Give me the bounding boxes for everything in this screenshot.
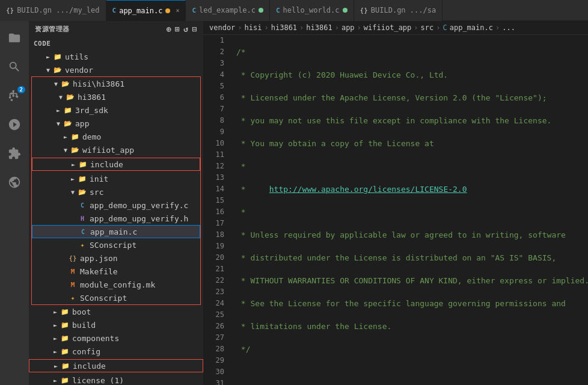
- tree-label-app-json: app.json: [80, 254, 118, 263]
- tab-led-example-c[interactable]: C led_example.c: [186, 0, 270, 21]
- tree-label-include: include: [90, 160, 123, 169]
- activity-debug-icon[interactable]: [0, 110, 29, 139]
- tab-build-sa[interactable]: {} BUILD.gn .../sa: [354, 0, 443, 21]
- activity-files-icon[interactable]: [0, 23, 29, 52]
- c-file-icon: C: [112, 7, 117, 14]
- breadcrumb-wifiiot-app: wifiiot_app: [364, 23, 411, 32]
- tree-arrow-boot: ►: [51, 309, 60, 315]
- tree-item-app-demo-upg-c[interactable]: C app_demo_upg_verify.c: [32, 199, 200, 212]
- close-tab-icon[interactable]: ×: [176, 7, 179, 14]
- tree-item-sconscript-app[interactable]: ✦ SConscript: [32, 291, 200, 304]
- c-file-icon: C: [192, 7, 196, 14]
- tree-item-module-config-mk[interactable]: M module_config.mk: [32, 278, 200, 291]
- build-icon: {}: [6, 7, 14, 14]
- tree-arrow-wifiiot-app: ▼: [61, 147, 70, 153]
- breadcrumb: vendor › hisi › hi3861 › hi3861 › app › …: [203, 21, 588, 35]
- folder-icon: 📁: [60, 308, 70, 316]
- tree-item-utils[interactable]: ► 📁 utils: [29, 50, 203, 63]
- make-icon: M: [68, 281, 78, 289]
- code-content[interactable]: 1 2 3 4 5 6 7 8 9 10 11 12 13 14 15 16 1: [203, 35, 588, 385]
- tree-item-build[interactable]: ► 📁 build: [29, 318, 203, 331]
- folder-icon: 📁: [53, 53, 63, 61]
- activity-source-control-icon[interactable]: 2: [0, 81, 29, 110]
- tree-label-boot: boot: [72, 307, 91, 316]
- tree-item-vendor[interactable]: ▼ 📂 vendor: [29, 63, 203, 76]
- sidebar-panel-title: 资源管理器 ⊕ ⊞ ↺ ⊟: [29, 21, 203, 37]
- sidebar-header-icons: ⊕ ⊞ ↺ ⊟: [167, 25, 197, 34]
- tree-item-hi3861[interactable]: ▼ 📂 hi3861: [32, 90, 200, 103]
- tree-label-utils: utils: [65, 52, 88, 61]
- code-editor: vendor › hisi › hi3861 › hi3861 › app › …: [203, 21, 588, 385]
- breadcrumb-hi3861-2: hi3861: [306, 23, 332, 32]
- tree-item-boot[interactable]: ► 📁 boot: [29, 305, 203, 318]
- tab-hello-world-c[interactable]: C hello_world.c: [270, 0, 354, 21]
- tree-arrow-utils: ►: [43, 54, 53, 60]
- tree-item-hisi-hi3861[interactable]: ▼ 📂 hisi\hi3861: [32, 77, 200, 90]
- make-icon: M: [68, 268, 78, 276]
- tab-bar: {} BUILD.gn .../my_led C app_main.c × C …: [0, 0, 588, 21]
- tree-item-app[interactable]: ▼ 📂 app: [32, 117, 200, 130]
- tree-item-3rd-sdk[interactable]: ► 📁 3rd_sdk: [32, 103, 200, 117]
- tree-label-config: config: [72, 347, 100, 356]
- tab-label-build-sa: BUILD.gn .../sa: [371, 6, 436, 14]
- folder-icon: 📂: [53, 66, 63, 74]
- tree-item-wifiiot-app[interactable]: ▼ 📂 wifiiot_app: [32, 143, 200, 156]
- tree-item-app-demo-upg-h[interactable]: H app_demo_upg_verify.h: [32, 212, 200, 225]
- code-line-12: * See the License for the specific langu…: [236, 298, 588, 309]
- tree-arrow-hi3861: ▼: [56, 94, 66, 100]
- tree-item-app-json[interactable]: {} app.json: [32, 251, 200, 265]
- activity-extensions-icon[interactable]: [0, 139, 29, 168]
- breadcrumb-hisi: hisi: [245, 23, 262, 32]
- refresh-icon[interactable]: ↺: [183, 25, 188, 34]
- tree-label-demo: demo: [82, 132, 101, 141]
- tree-item-makefile[interactable]: M Makefile: [32, 265, 200, 278]
- tree-label-app-demo-upg-h: app_demo_upg_verify.h: [90, 214, 188, 223]
- code-line-8: *: [236, 206, 588, 218]
- tree-item-components[interactable]: ► 📁 components: [29, 331, 203, 345]
- tree-item-src[interactable]: ▼ 📂 src: [32, 185, 200, 199]
- collapse-all-icon[interactable]: ⊟: [192, 25, 197, 34]
- tree-item-init[interactable]: ► 📁 init: [32, 172, 200, 185]
- code-line-5: * You may obtain a copy of the License a…: [236, 138, 588, 149]
- tree-arrow-init: ►: [68, 176, 78, 182]
- tree-item-license[interactable]: ► 📁 license (1): [29, 374, 203, 385]
- file-tree: ► 📁 utils ▼ 📂 vendor ▼: [29, 50, 203, 385]
- folder-icon: 📁: [60, 377, 70, 384]
- tree-item-include[interactable]: ► 📁 include: [32, 158, 200, 171]
- tree-item-sconscript-src[interactable]: ✦ SConscript: [32, 238, 200, 251]
- breadcrumb-src: src: [421, 23, 434, 32]
- activity-search-icon[interactable]: [0, 52, 29, 81]
- new-folder-icon[interactable]: ⊞: [175, 25, 180, 34]
- folder-icon: 📁: [60, 348, 70, 356]
- tree-item-app-main-c[interactable]: C app_main.c: [32, 225, 200, 238]
- code-line-10: * distributed under the License is distr…: [236, 252, 588, 263]
- activity-remote-icon[interactable]: [0, 168, 29, 197]
- source-control-badge: 2: [17, 86, 25, 93]
- scons-icon: ✦: [68, 294, 78, 302]
- new-file-icon[interactable]: ⊕: [167, 25, 171, 34]
- code-line-7: * http://www.apache.org/licenses/LICENSE…: [236, 183, 588, 195]
- folder-icon: 📂: [66, 93, 75, 101]
- tree-item-config[interactable]: ► 📁 config: [29, 345, 203, 358]
- tab-app-main-c[interactable]: C app_main.c ×: [106, 0, 186, 21]
- folder-icon: 📂: [61, 80, 70, 88]
- code-line-11: * WITHOUT WARRANTIES OR CONDITIONS OF AN…: [236, 275, 588, 286]
- folder-icon: 📁: [70, 133, 80, 141]
- line-numbers: 1 2 3 4 5 6 7 8 9 10 11 12 13 14 15 16 1: [203, 35, 230, 385]
- folder-icon: 📁: [78, 175, 87, 183]
- tree-label-src: src: [90, 188, 103, 197]
- activity-bar: 2: [0, 21, 29, 385]
- code-line-2: * Copyright (c) 2020 Huawei Device Co., …: [236, 69, 588, 81]
- tab-build-my-led[interactable]: {} BUILD.gn .../my_led: [0, 0, 106, 21]
- tree-item-demo[interactable]: ► 📁 demo: [32, 130, 200, 143]
- section-title: CODE: [29, 37, 203, 50]
- tree-label-vendor: vendor: [65, 66, 93, 75]
- tree-item-include-root[interactable]: ► 📁 include: [29, 359, 203, 372]
- code-line-4: * you may not use this file except in co…: [236, 115, 588, 126]
- folder-icon: 📂: [78, 188, 87, 196]
- code-line-3: * Licensed under the Apache License, Ver…: [236, 92, 588, 103]
- tree-label-license: license (1): [72, 376, 124, 385]
- tree-arrow-config: ►: [51, 348, 60, 355]
- breadcrumb-dots: ...: [502, 23, 515, 32]
- build-icon: {}: [360, 7, 368, 14]
